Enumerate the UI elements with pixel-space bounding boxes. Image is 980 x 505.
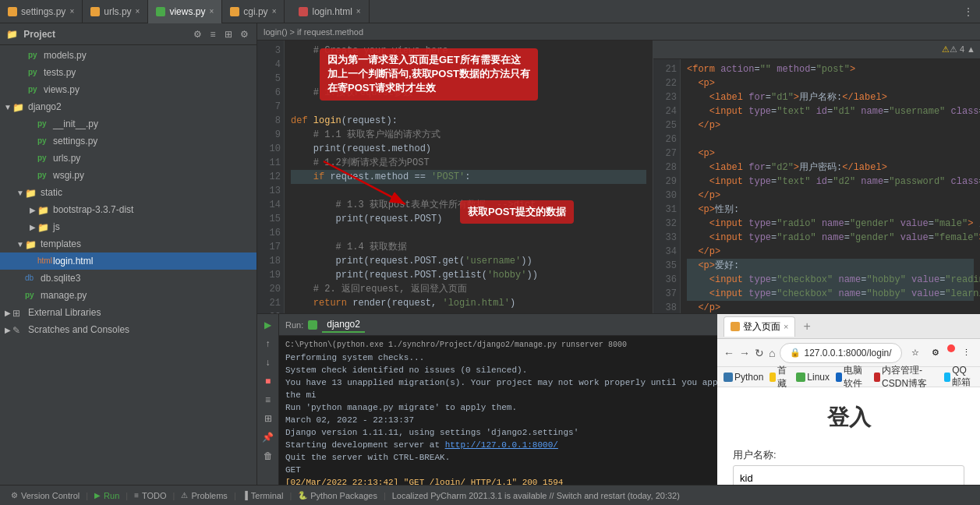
run-up-btn[interactable]: ↑ <box>260 336 276 351</box>
browser-tab-close[interactable]: × <box>784 322 788 331</box>
csdn-icon <box>874 373 880 382</box>
nav-reload-btn[interactable]: ↻ <box>755 344 764 362</box>
run-status-icon: ▶ <box>94 491 101 500</box>
extlib-icon: ⊞ <box>12 308 25 317</box>
browser-tab-icon <box>731 322 740 331</box>
sidebar-gear-icon[interactable]: ⚙ <box>238 28 250 41</box>
py-icon: py <box>37 154 50 163</box>
tab-login-close[interactable]: × <box>356 7 361 16</box>
run-down-btn[interactable]: ↓ <box>260 355 276 370</box>
sidebar-settings-icon[interactable]: ⚙ <box>191 28 203 41</box>
login-form-container: 登入 用户名称: 用户密码: 性别 男 女 <box>717 387 980 485</box>
html-line: <label for="d2">用户密码:</label> <box>687 161 974 175</box>
tab-urls-py[interactable]: urls.py × <box>83 0 148 23</box>
run-line: You have 13 unapplied migration(s). Your… <box>285 376 732 401</box>
tree-db-sqlite3[interactable]: db db.sqlite3 <box>0 270 256 287</box>
address-bar[interactable]: 🔒 127.0.0.1:8000/login/ <box>780 343 901 363</box>
bookmark-qq[interactable]: QQ邮箱 <box>944 365 974 389</box>
nav-menu-btn[interactable]: ⋮ <box>958 344 975 362</box>
run-trash-btn[interactable]: 🗑 <box>260 448 276 464</box>
nav-star-btn[interactable]: ☆ <box>907 344 924 362</box>
run-layout-btn[interactable]: ⊞ <box>260 411 276 426</box>
tree-templates-label: templates <box>41 238 81 249</box>
status-sep: | <box>234 491 236 500</box>
tree-templates[interactable]: ▼ 📁 templates <box>0 235 256 252</box>
sidebar-sort-icon[interactable]: ≡ <box>207 28 219 41</box>
sidebar-layout-icon[interactable]: ⊞ <box>222 28 235 41</box>
status-terminal[interactable]: ▐ Terminal <box>238 491 288 500</box>
tab-urls-close[interactable]: × <box>136 7 140 16</box>
tree-scratches[interactable]: ▶ ✎ Scratches and Consoles <box>0 321 256 338</box>
html-line: <form action="" method="post"> <box>687 62 974 76</box>
login-title: 登入 <box>827 403 871 433</box>
nav-home-btn[interactable]: ⌂ <box>769 344 775 362</box>
tree-external-libs[interactable]: ▶ ⊞ External Libraries <box>0 304 256 321</box>
problems-icon: ⚠ <box>181 491 188 500</box>
tab-settings-py[interactable]: settings.py × <box>0 0 83 23</box>
tree-js[interactable]: ▶ 📁 js <box>0 218 256 235</box>
tab-cgi-label: cgi.py <box>243 6 267 17</box>
tab-views-py[interactable]: views.py × <box>148 0 222 23</box>
html-line: </p> <box>687 189 974 203</box>
tab-settings-close[interactable]: × <box>69 7 74 16</box>
run-list-btn[interactable]: ≡ <box>260 392 276 408</box>
tab-views-close[interactable]: × <box>209 7 214 16</box>
nav-back-btn[interactable]: ← <box>724 344 734 362</box>
tree-static[interactable]: ▼ 📁 static <box>0 184 256 201</box>
server-link[interactable]: http://127.0.0.1:8000/ <box>445 440 558 450</box>
tree-manage-py[interactable]: py manage.py <box>0 287 256 304</box>
browser-new-tab[interactable]: + <box>798 320 815 334</box>
status-localized-text: Localized PyCharm 2021.3.1 is available … <box>392 491 680 500</box>
bookmark-pc-software[interactable]: 电脑软件 <box>836 364 868 390</box>
status-python-packages[interactable]: 🐍 Python Packages <box>293 491 382 500</box>
bookmark-python[interactable]: Python <box>724 372 763 383</box>
tree-init-py[interactable]: py __init__.py <box>0 115 256 132</box>
bookmark-shoucang[interactable]: 首藏 <box>769 364 790 390</box>
status-vc-label: Version Control <box>21 491 80 500</box>
tree-urls-py[interactable]: py urls.py <box>0 150 256 167</box>
tabs-menu-icon[interactable]: ⋮ <box>963 5 974 18</box>
tree-bootstrap[interactable]: ▶ 📁 bootstrap-3.3.7-dist <box>0 201 256 218</box>
tree-login-html[interactable]: html login.html <box>0 252 256 270</box>
tab-cgi-close[interactable]: × <box>272 7 277 16</box>
bookmark-csdn[interactable]: 内容管理-CSDN博客 <box>874 364 938 390</box>
status-problems[interactable]: ⚠ Problems <box>176 491 232 500</box>
tree-settings-py[interactable]: py settings.py <box>0 132 256 150</box>
tree-arrow: ▶ <box>3 309 12 317</box>
run-tab-django2[interactable]: django2 <box>322 317 365 333</box>
run-line: Run 'python manage.py migrate' to apply … <box>285 401 732 414</box>
py-icon: py <box>28 68 41 77</box>
status-sep: | <box>173 491 175 500</box>
tree-tests-py[interactable]: py tests.py <box>0 64 256 81</box>
tree-views-py[interactable]: py views.py <box>0 81 256 98</box>
run-play-btn[interactable]: ▶ <box>260 317 276 333</box>
code-line <box>291 226 646 240</box>
run-stop-btn[interactable]: ■ <box>260 373 276 389</box>
username-input[interactable] <box>733 465 964 485</box>
tab-views-label: views.py <box>169 6 205 17</box>
html-line: <input type="text" id="d1" name="usernam… <box>687 104 974 118</box>
tree-django2[interactable]: ▼ 📁 django2 <box>0 98 256 115</box>
code-line: # 1.4 获取数据 <box>291 240 646 254</box>
db-icon: db <box>25 274 37 283</box>
bookmark-linux[interactable]: Linux <box>796 372 830 383</box>
username-label: 用户名称: <box>733 448 964 462</box>
nav-settings-btn[interactable]: ⚙ <box>927 344 944 362</box>
status-run[interactable]: ▶ Run <box>90 491 124 500</box>
tab-login-html[interactable]: login.html × <box>291 0 369 23</box>
status-version-control[interactable]: ⚙ Version Control <box>6 491 84 500</box>
html-code-content[interactable]: <form action="" method="post"> <p> <labe… <box>681 59 980 313</box>
tab-cgi-py[interactable]: cgi.py × <box>222 0 285 23</box>
run-pin-btn[interactable]: 📌 <box>260 429 276 445</box>
browser-tab-login[interactable]: 登入页面 × <box>724 316 795 337</box>
run-content[interactable]: C:\Python\(python.exe 1./synchro/Project… <box>279 336 738 485</box>
todo-icon: ≡ <box>134 491 139 500</box>
tree-wsgi-py[interactable]: py wsgi.py <box>0 167 256 184</box>
cgi-py-icon <box>230 7 239 16</box>
tree-models-py[interactable]: py models.py <box>0 47 256 64</box>
form-section: 用户名称: 用户密码: 性别 男 女 爱好 <box>733 448 964 485</box>
status-todo[interactable]: ≡ TODO <box>129 491 171 500</box>
line-numbers: 34567 89101112 1314151617 1819202122 <box>257 41 285 313</box>
version-control-icon: ⚙ <box>11 491 18 500</box>
nav-forward-btn[interactable]: → <box>739 344 750 362</box>
